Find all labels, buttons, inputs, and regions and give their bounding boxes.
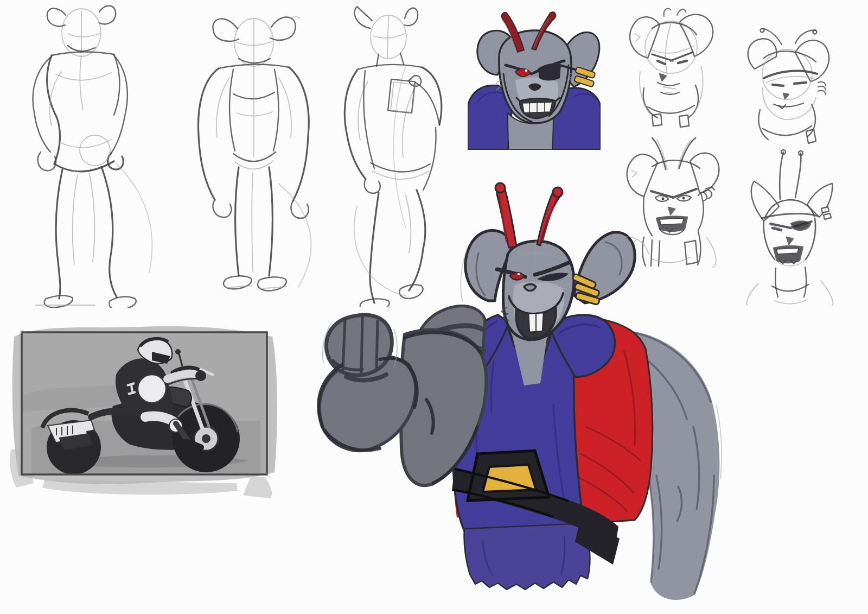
nose: [524, 284, 536, 291]
rider-glove: [195, 370, 206, 381]
expression-sketch-4: [726, 148, 844, 308]
figure-lines: [33, 6, 152, 308]
character-design-sheet: [0, 0, 868, 614]
rider-shoulder: [138, 375, 166, 403]
figure-lines: [198, 17, 311, 291]
expression-sketch-1: [614, 7, 729, 136]
gesture-sketch-standing: [14, 1, 171, 308]
flexed-fist: [326, 315, 392, 375]
lower-shirt: [464, 523, 590, 590]
bionic-arm: [318, 306, 486, 485]
pencil-speck: [288, 14, 302, 22]
main-character: [318, 183, 722, 600]
motorcycle-rider-thumbnail: [10, 314, 282, 503]
head-lines: [748, 28, 829, 143]
main-character-color-study: [298, 172, 738, 614]
expression-sketch-2: [730, 28, 839, 145]
antennae: [495, 183, 563, 248]
red-eye: [510, 273, 524, 280]
colored-head-study: [468, 4, 601, 150]
thumbnail-scene: [10, 326, 277, 498]
mouse-head-colored: [468, 12, 601, 150]
head-lines: [746, 150, 833, 305]
head-lines: [630, 9, 713, 127]
